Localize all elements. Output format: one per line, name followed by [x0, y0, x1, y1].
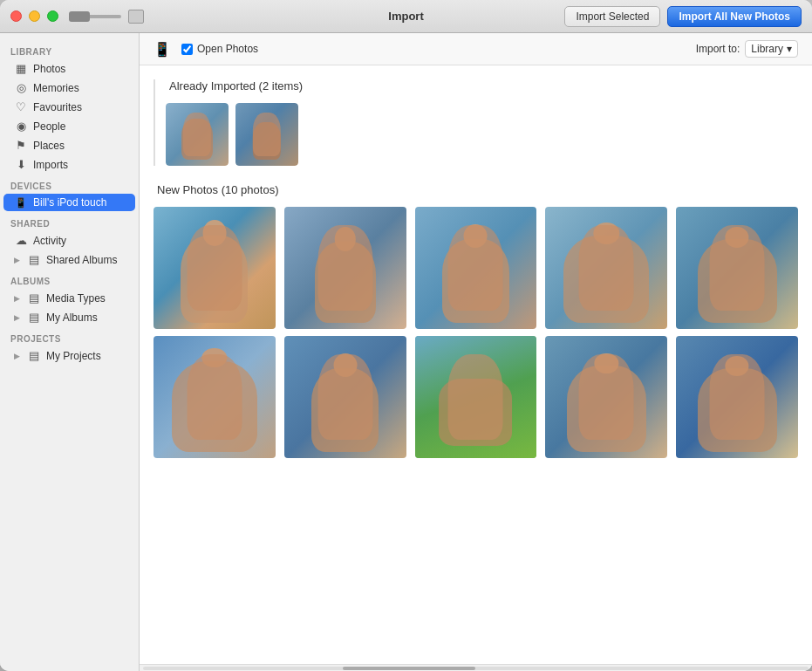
sidebar: Library ▦ Photos ◎ Memories ♡ Favourites… [0, 33, 140, 671]
new-photo-5[interactable] [676, 207, 798, 329]
open-photos-label: Open Photos [197, 43, 258, 55]
scrollbar-thumb[interactable] [343, 667, 476, 670]
sidebar-item-favourites[interactable]: ♡ Favourites [3, 98, 135, 116]
devices-section-header: Devices [0, 175, 139, 193]
photos-icon: ▦ [14, 62, 28, 75]
import-all-button[interactable]: Import All New Photos [667, 6, 802, 27]
sidebar-item-imports[interactable]: ⬇ Imports [3, 155, 135, 174]
new-photo-3[interactable] [415, 207, 537, 329]
places-icon: ⚑ [14, 139, 28, 152]
projects-section-header: Projects [0, 327, 139, 346]
new-photo-9[interactable] [545, 336, 667, 458]
sidebar-item-my-projects[interactable]: ▶ ▤ My Projects [3, 346, 135, 365]
new-photo-2[interactable] [284, 207, 406, 329]
sidebar-item-places[interactable]: ⚑ Places [3, 136, 135, 154]
sidebar-label-shared-albums: Shared Albums [46, 254, 117, 266]
import-selected-button[interactable]: Import Selected [564, 6, 660, 27]
sidebar-toggle-button[interactable] [128, 10, 144, 24]
new-photos-grid-row2 [154, 336, 798, 458]
sidebar-label-photos: Photos [33, 63, 65, 75]
import-to-label: Import to: [696, 43, 740, 55]
media-types-expand-icon: ▶ [14, 294, 20, 303]
already-imported-section: Already Imported (2 items) [154, 79, 798, 166]
sidebar-label-people: People [33, 120, 65, 133]
sidebar-item-photos[interactable]: ▦ Photos [3, 59, 135, 78]
close-button[interactable] [10, 10, 22, 22]
new-photos-grid-row1 [154, 207, 798, 329]
sidebar-item-people[interactable]: ◉ People [3, 117, 135, 135]
scrollbar-track [143, 667, 809, 670]
already-imported-grid [166, 103, 798, 166]
sidebar-item-shared-albums[interactable]: ▶ ▤ Shared Albums [3, 250, 135, 269]
import-toolbar: 📱 Open Photos Import to: Library ▾ [140, 33, 812, 65]
sidebar-slider[interactable] [69, 15, 121, 18]
new-photo-1[interactable] [154, 207, 276, 329]
new-photo-6[interactable] [154, 336, 276, 458]
minimize-button[interactable] [29, 10, 40, 22]
ipod-icon: 📱 [14, 197, 28, 209]
sidebar-label-imports: Imports [33, 159, 68, 171]
sidebar-label-my-albums: My Albums [46, 312, 98, 324]
my-albums-expand-icon: ▶ [14, 313, 20, 322]
content-area: 📱 Open Photos Import to: Library ▾ A [140, 33, 812, 671]
albums-section-header: Albums [0, 270, 139, 288]
import-to-value: Library [751, 43, 783, 55]
already-imported-photo-2[interactable] [235, 103, 298, 166]
sidebar-item-my-albums[interactable]: ▶ ▤ My Albums [3, 308, 135, 326]
shared-albums-icon: ▤ [27, 253, 41, 266]
my-projects-icon: ▤ [27, 349, 41, 362]
import-to-select[interactable]: Library ▾ [745, 40, 798, 58]
device-toolbar-icon: 📱 [154, 41, 171, 58]
sidebar-label-media-types: Media Types [46, 292, 106, 305]
people-icon: ◉ [14, 120, 28, 133]
new-photos-section: New Photos (10 photos) [154, 183, 798, 458]
my-albums-icon: ▤ [27, 311, 41, 324]
sidebar-item-activity[interactable]: ☁ Activity [3, 231, 135, 250]
sidebar-label-favourites: Favourites [33, 101, 82, 113]
imports-icon: ⬇ [14, 158, 28, 171]
sidebar-item-memories[interactable]: ◎ Memories [3, 79, 135, 97]
new-photos-label: New Photos (10 photos) [154, 183, 798, 196]
open-photos-checkbox[interactable] [181, 44, 193, 55]
already-imported-label: Already Imported (2 items) [166, 79, 798, 92]
memories-icon: ◎ [14, 81, 28, 94]
sidebar-label-my-projects: My Projects [46, 350, 101, 362]
new-photo-7[interactable] [284, 336, 406, 458]
new-photo-8[interactable] [415, 336, 537, 458]
already-imported-photo-1[interactable] [166, 103, 229, 166]
main-area: Library ▦ Photos ◎ Memories ♡ Favourites… [0, 33, 812, 671]
library-section-header: Library [0, 40, 139, 58]
new-photo-10[interactable] [676, 336, 798, 458]
main-window: Import Import Selected Import All New Ph… [0, 0, 812, 671]
traffic-lights [10, 10, 58, 22]
window-title: Import [388, 10, 423, 23]
sidebar-label-places: Places [33, 140, 65, 152]
shared-section-header: Shared [0, 212, 139, 230]
sidebar-item-media-types[interactable]: ▶ ▤ Media Types [3, 289, 135, 307]
shared-albums-expand-icon: ▶ [14, 256, 20, 264]
new-photo-4[interactable] [545, 207, 667, 329]
open-photos-checkbox-area[interactable]: Open Photos [181, 43, 258, 55]
scrollbar[interactable] [140, 664, 812, 671]
import-to-area: Import to: Library ▾ [696, 40, 798, 58]
sidebar-item-bills-ipod[interactable]: 📱 Bill's iPod touch [3, 194, 135, 211]
activity-icon: ☁ [14, 234, 28, 247]
sidebar-label-activity: Activity [33, 235, 66, 247]
maximize-button[interactable] [47, 10, 58, 22]
sidebar-label-memories: Memories [33, 82, 79, 94]
titlebar-action-buttons: Import Selected Import All New Photos [564, 6, 802, 27]
titlebar: Import Import Selected Import All New Ph… [0, 0, 812, 33]
import-to-dropdown-icon: ▾ [787, 43, 792, 55]
media-types-icon: ▤ [27, 291, 41, 305]
sidebar-label-bills-ipod: Bill's iPod touch [33, 196, 106, 209]
photo-area: Already Imported (2 items) [140, 65, 812, 664]
my-projects-expand-icon: ▶ [14, 352, 20, 360]
favourites-icon: ♡ [14, 100, 28, 113]
